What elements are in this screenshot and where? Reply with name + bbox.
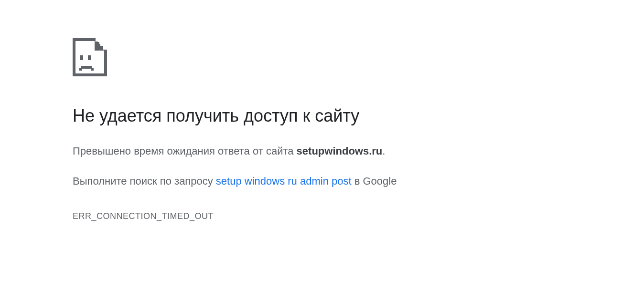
error-title: Не удается получить доступ к сайту (73, 105, 644, 127)
svg-rect-2 (81, 66, 92, 69)
svg-rect-1 (88, 55, 91, 60)
error-code: ERR_CONNECTION_TIMED_OUT (73, 211, 644, 221)
hostname: setupwindows.ru (297, 145, 383, 157)
suggestion-suffix: в Google (352, 175, 397, 187)
icon-wrapper (73, 38, 644, 76)
error-container: Не удается получить доступ к сайту Превы… (0, 0, 644, 221)
description-prefix: Превышено время ожидания ответа от сайта (73, 145, 297, 157)
suggestion-prefix: Выполните поиск по запросу (73, 175, 216, 187)
description-suffix: . (382, 145, 385, 157)
svg-rect-4 (91, 68, 94, 71)
svg-rect-3 (79, 68, 82, 71)
error-description: Превышено время ожидания ответа от сайта… (73, 143, 644, 159)
sad-page-icon (73, 38, 107, 76)
svg-rect-0 (80, 55, 83, 60)
search-suggestion: Выполните поиск по запросу setup windows… (73, 173, 644, 189)
search-link[interactable]: setup windows ru admin post (216, 175, 352, 187)
